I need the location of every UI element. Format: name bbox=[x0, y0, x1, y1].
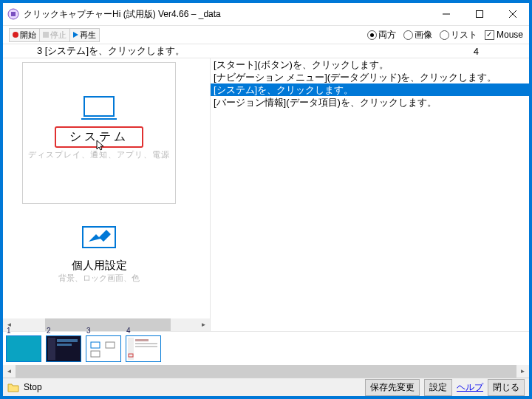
scroll-right-icon[interactable]: ► bbox=[516, 365, 529, 378]
scroll-left-icon[interactable]: ◄ bbox=[3, 365, 16, 378]
brush-icon bbox=[78, 222, 120, 252]
save-dest-button[interactable]: 保存先変更 bbox=[365, 379, 420, 396]
svg-rect-15 bbox=[135, 343, 157, 344]
list-item[interactable]: [スタート](ボタン)を、クリックします。 bbox=[211, 58, 529, 71]
radio-icon bbox=[367, 30, 377, 40]
statusbar: Stop 保存先変更 設定 ヘルプ 閉じる bbox=[3, 378, 529, 396]
tile-title: システム bbox=[69, 129, 129, 145]
thumbnail[interactable]: 4 bbox=[126, 335, 161, 362]
check-icon: ✓ bbox=[485, 30, 494, 40]
step-header: 3 [システム]を、クリックします。 4 bbox=[3, 44, 529, 58]
svg-rect-1 bbox=[476, 11, 482, 18]
window-buttons bbox=[429, 3, 529, 25]
start-button[interactable]: 開始 bbox=[9, 28, 40, 42]
status-text: Stop bbox=[24, 382, 42, 392]
list-item[interactable]: [バージョン情報](データ項目)を、クリックします。 bbox=[211, 96, 529, 109]
list-item[interactable]: [システム]を、クリックします。 bbox=[211, 83, 529, 96]
help-link[interactable]: ヘルプ bbox=[457, 381, 483, 394]
step-index: 3 bbox=[37, 45, 42, 56]
close-app-button[interactable]: 閉じる bbox=[488, 379, 525, 396]
stop-button[interactable]: 停止 bbox=[39, 28, 70, 42]
thumbnail[interactable]: 1 bbox=[6, 335, 41, 362]
thumb-preview bbox=[126, 336, 160, 361]
close-button[interactable] bbox=[496, 3, 529, 25]
thumbnail-strip: 1 2 3 4 ◄ ► bbox=[3, 331, 529, 378]
thumb-preview bbox=[47, 336, 81, 361]
list-item[interactable]: [ナビゲーション メニュー](データグリッド)を、クリックします。 bbox=[211, 71, 529, 83]
svg-rect-2 bbox=[84, 97, 114, 116]
step-desc: [システム]を、クリックします。 bbox=[45, 45, 185, 56]
step-list-panel: [スタート](ボタン)を、クリックします。 [ナビゲーション メニュー](データ… bbox=[211, 58, 529, 331]
tile-title: 個人用設定 bbox=[15, 259, 183, 273]
folder-icon bbox=[7, 382, 19, 392]
radio-icon bbox=[440, 30, 449, 40]
scroll-right-icon[interactable]: ► bbox=[197, 318, 210, 331]
strip-hscrollbar[interactable]: ◄ ► bbox=[3, 365, 529, 378]
tile-system: システム ディスプレイ、通知、アプリ、電源 bbox=[15, 58, 183, 208]
svg-rect-16 bbox=[135, 346, 157, 347]
svg-rect-7 bbox=[57, 344, 72, 346]
record-icon bbox=[13, 32, 18, 38]
svg-rect-14 bbox=[135, 339, 149, 341]
maximize-button[interactable] bbox=[463, 3, 496, 25]
radio-both[interactable]: 両方 bbox=[367, 29, 396, 41]
app-icon bbox=[7, 8, 19, 20]
step-count: 4 bbox=[412, 46, 523, 57]
stop-icon bbox=[43, 32, 49, 38]
settings-button[interactable]: 設定 bbox=[424, 379, 452, 396]
highlight-box: システム bbox=[55, 126, 143, 148]
preview-hscrollbar[interactable]: ◄ ► bbox=[3, 318, 210, 331]
titlebar: クリックキャプチャーHi (試用版) Ver4.66 – _data bbox=[3, 3, 529, 26]
play-button[interactable]: 再生 bbox=[69, 28, 100, 42]
radio-image[interactable]: 画像 bbox=[403, 29, 432, 41]
tile-personal: 個人用設定 背景、ロック画面、色 bbox=[15, 222, 183, 284]
window-title: クリックキャプチャーHi (試用版) Ver4.66 – _data bbox=[24, 8, 429, 21]
thumb-preview bbox=[86, 336, 120, 361]
step-list[interactable]: [スタート](ボタン)を、クリックします。 [ナビゲーション メニュー](データ… bbox=[211, 58, 529, 331]
svg-rect-5 bbox=[48, 338, 55, 360]
checkbox-mouse[interactable]: ✓Mouse bbox=[485, 30, 523, 40]
toolbar: 開始 停止 再生 両方 画像 リスト ✓Mouse bbox=[3, 26, 529, 44]
thumbnail-row[interactable]: 1 2 3 4 bbox=[3, 332, 529, 365]
body: システム ディスプレイ、通知、アプリ、電源 個人用設定 背景、ロック画面、色 ◄ bbox=[3, 58, 529, 331]
tile-subtitle: ディスプレイ、通知、アプリ、電源 bbox=[28, 149, 170, 160]
minimize-button[interactable] bbox=[429, 3, 463, 25]
play-icon bbox=[73, 32, 78, 38]
radio-list[interactable]: リスト bbox=[440, 29, 477, 41]
preview-area[interactable]: システム ディスプレイ、通知、アプリ、電源 個人用設定 背景、ロック画面、色 bbox=[3, 58, 210, 318]
thumbnail[interactable]: 3 bbox=[86, 335, 121, 362]
thumbnail[interactable]: 2 bbox=[46, 335, 81, 362]
radio-icon bbox=[403, 30, 413, 40]
svg-rect-6 bbox=[57, 339, 78, 342]
monitor-icon bbox=[78, 94, 120, 123]
preview-panel: システム ディスプレイ、通知、アプリ、電源 個人用設定 背景、ロック画面、色 ◄ bbox=[3, 58, 211, 331]
tile-subtitle: 背景、ロック画面、色 bbox=[15, 273, 183, 284]
svg-rect-8 bbox=[86, 336, 120, 361]
app-window: クリックキャプチャーHi (試用版) Ver4.66 – _data 開始 停止… bbox=[0, 0, 532, 399]
